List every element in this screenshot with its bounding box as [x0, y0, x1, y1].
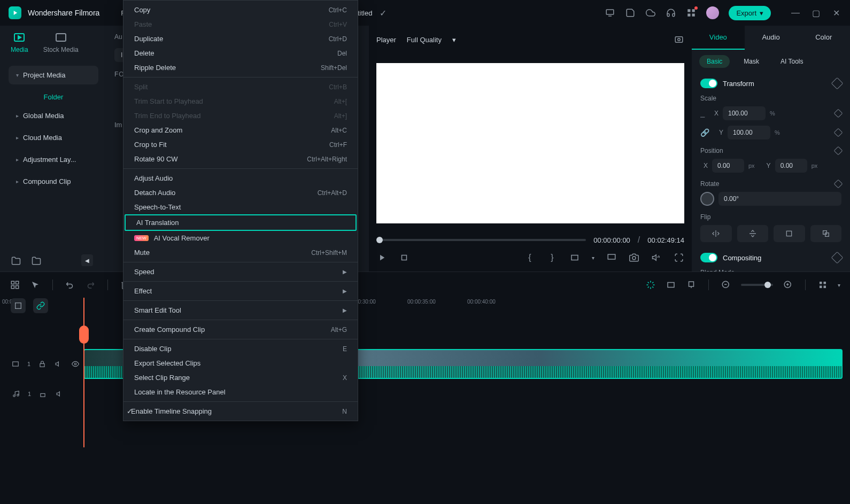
camera-icon[interactable] — [629, 252, 639, 263]
new-folder-icon[interactable] — [11, 255, 21, 266]
keyframe-icon[interactable] — [834, 128, 843, 137]
flip-horizontal-button[interactable] — [700, 225, 732, 242]
snapshot-icon[interactable] — [674, 34, 684, 45]
headphones-icon[interactable] — [666, 7, 676, 18]
context-menu-item-enable-timeline-snapping[interactable]: ✓ Enable Timeline SnappingN — [123, 404, 358, 418]
link-button-1[interactable] — [11, 298, 26, 313]
chevron-down-icon[interactable]: ▾ — [838, 282, 840, 288]
context-menu-item-adjust-audio[interactable]: Adjust Audio — [123, 171, 358, 185]
link-button-2[interactable] — [33, 298, 48, 313]
tab-color[interactable]: Color — [797, 26, 850, 50]
position-y-input[interactable] — [775, 159, 807, 173]
sidebar-compound-clip[interactable]: ▸Compound Clip — [9, 172, 98, 191]
ratio-icon[interactable] — [569, 252, 580, 263]
context-menu-item-locate-in-the-resource-panel[interactable]: Locate in the Resource Panel — [123, 385, 358, 399]
lock-icon[interactable]: ⎯ — [700, 109, 705, 118]
context-menu-item-effect[interactable]: Effect▶ — [123, 284, 358, 298]
collapse-sidebar-button[interactable]: ◀ — [81, 254, 93, 266]
flip-button-3[interactable] — [774, 225, 805, 242]
tab-audio-partial[interactable]: Au — [114, 33, 122, 41]
lock-track-icon[interactable] — [37, 389, 48, 399]
position-x-input[interactable] — [712, 159, 744, 173]
context-menu-item-crop-to-fit[interactable]: Crop to FitCtrl+F — [123, 137, 358, 152]
tab-video[interactable]: Video — [692, 26, 745, 50]
context-menu-item-delete[interactable]: DeleteDel — [123, 46, 358, 60]
video-preview-canvas[interactable] — [376, 63, 684, 223]
user-avatar[interactable] — [706, 6, 719, 19]
zoom-in-icon[interactable] — [783, 280, 793, 290]
folder-icon[interactable] — [31, 255, 42, 266]
mute-track-icon[interactable] — [55, 389, 65, 399]
tab-stock-media[interactable]: Stock Media — [43, 32, 79, 53]
export-button[interactable]: Export▾ — [729, 6, 771, 20]
fullscreen-icon[interactable] — [674, 252, 684, 263]
mark-in-icon[interactable]: { — [524, 252, 535, 263]
monitor-icon[interactable] — [605, 7, 615, 18]
subtab-basic[interactable]: Basic — [699, 55, 730, 68]
mark-out-icon[interactable]: } — [547, 252, 558, 263]
volume-icon[interactable] — [651, 252, 662, 263]
mute-track-icon[interactable] — [53, 359, 64, 369]
stop-button[interactable] — [399, 252, 409, 263]
transform-toggle[interactable] — [700, 79, 717, 88]
cursor-icon[interactable] — [30, 280, 41, 290]
flip-button-4[interactable] — [810, 225, 842, 242]
chevron-down-icon[interactable]: ▾ — [592, 255, 594, 261]
subtab-mask[interactable]: Mask — [736, 55, 767, 68]
playhead[interactable] — [83, 298, 84, 447]
sidebar-adjustment-layer[interactable]: ▸Adjustment Lay... — [9, 150, 98, 169]
quality-dropdown[interactable]: Full Quality▾ — [407, 36, 456, 44]
sidebar-cloud-media[interactable]: ▸Cloud Media — [9, 128, 98, 147]
context-menu-item-disable-clip[interactable]: Disable ClipE — [123, 342, 358, 356]
context-menu-item-rotate-90-cw[interactable]: Rotate 90 CWCtrl+Alt+Right — [123, 152, 358, 166]
context-menu-item-ai-vocal-remover[interactable]: NEWAI Vocal Remover — [123, 231, 358, 245]
rotation-knob[interactable] — [700, 192, 714, 206]
context-menu-item-speed[interactable]: Speed▶ — [123, 265, 358, 279]
rotate-input[interactable] — [718, 192, 841, 206]
context-menu-item-mute[interactable]: MuteCtrl+Shift+M — [123, 245, 358, 260]
context-menu-item-create-compound-clip[interactable]: Create Compound ClipAlt+G — [123, 322, 358, 337]
sidebar-folder[interactable]: Folder — [9, 88, 98, 106]
keyframe-icon[interactable] — [831, 252, 844, 264]
undo-icon[interactable] — [65, 280, 75, 290]
context-menu-item-duplicate[interactable]: DuplicateCtrl+D — [123, 32, 358, 46]
maximize-icon[interactable]: ▢ — [810, 7, 821, 18]
context-menu-item-copy[interactable]: CopyCtrl+C — [123, 3, 358, 17]
lock-track-icon[interactable] — [37, 359, 47, 369]
context-menu-item-crop-and-zoom[interactable]: Crop and ZoomAlt+C — [123, 123, 358, 137]
zoom-slider[interactable] — [741, 284, 773, 286]
view-icon[interactable] — [817, 280, 828, 290]
cloud-icon[interactable] — [645, 7, 656, 18]
close-icon[interactable]: ✕ — [831, 7, 841, 18]
context-menu-item-ai-translation[interactable]: AI Translation — [125, 214, 357, 231]
link-icon[interactable]: 🔗 — [700, 128, 709, 137]
apps-icon[interactable] — [686, 7, 697, 18]
visible-track-icon[interactable] — [70, 359, 80, 369]
redo-icon[interactable] — [85, 280, 96, 290]
context-menu-item-smart-edit-tool[interactable]: Smart Edit Tool▶ — [123, 303, 358, 317]
minimize-icon[interactable]: — — [790, 7, 801, 18]
compositing-toggle[interactable] — [700, 253, 717, 262]
context-menu-item-detach-audio[interactable]: Detach AudioCtrl+Alt+D — [123, 185, 358, 200]
scrub-slider[interactable] — [376, 239, 586, 241]
scale-x-input[interactable] — [723, 106, 766, 120]
display-icon[interactable] — [606, 252, 617, 263]
sidebar-project-media[interactable]: ▾Project Media — [9, 66, 98, 84]
context-menu-item-select-clip-range[interactable]: Select Clip RangeX — [123, 370, 358, 385]
play-button[interactable] — [376, 252, 387, 263]
context-menu-item-ripple-delete[interactable]: Ripple DeleteShift+Del — [123, 60, 358, 75]
save-icon[interactable] — [625, 7, 636, 18]
layout-icon[interactable] — [10, 280, 20, 290]
auto-icon[interactable] — [645, 280, 656, 290]
tab-audio[interactable]: Audio — [745, 26, 798, 50]
keyframe-icon[interactable] — [834, 146, 843, 156]
crop-icon[interactable] — [666, 280, 676, 290]
tab-media[interactable]: Media — [11, 32, 28, 53]
subtab-ai-tools[interactable]: AI Tools — [773, 55, 810, 68]
context-menu-item-export-selected-clips[interactable]: Export Selected Clips — [123, 356, 358, 370]
keyframe-icon[interactable] — [834, 180, 843, 189]
zoom-out-icon[interactable] — [721, 280, 731, 290]
keyframe-icon[interactable] — [831, 77, 844, 90]
keyframe-icon[interactable] — [834, 109, 843, 118]
flip-vertical-button[interactable] — [737, 225, 769, 242]
